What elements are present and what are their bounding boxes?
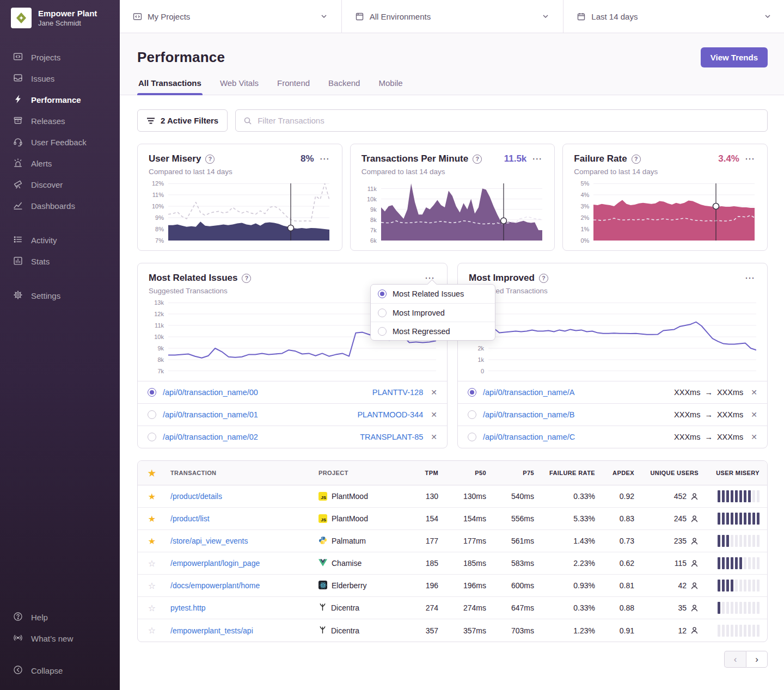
unique-users-value: 42 <box>678 581 687 590</box>
star-toggle[interactable]: ☆ <box>148 558 156 569</box>
transaction-link[interactable]: /api/0/transaction_name/00 <box>163 388 258 397</box>
sidebar-item[interactable]: Dashboards <box>0 195 120 217</box>
tpm-value: 185 <box>406 559 443 568</box>
duration-before: XXXms <box>674 433 700 441</box>
failure-rate-value: 1.23% <box>538 626 599 635</box>
transaction-link[interactable]: /api/0/transaction_name/A <box>483 388 574 397</box>
ellipsis-menu-icon[interactable]: ⋯ <box>531 153 543 165</box>
settings-icon <box>13 290 23 301</box>
transaction-link[interactable]: /docs/empowerplant/home <box>170 581 260 590</box>
transaction-link[interactable]: /api/0/transaction_name/02 <box>163 433 258 441</box>
project-selector[interactable]: My Projects <box>120 0 342 33</box>
help-icon[interactable]: ? <box>632 155 641 164</box>
org-switcher[interactable]: Empower Plant Jane Schmidt <box>0 8 120 28</box>
dismiss-icon[interactable]: ✕ <box>431 388 437 397</box>
sidebar-item-label: Dashboards <box>31 201 75 211</box>
dismiss-icon[interactable]: ✕ <box>431 410 437 419</box>
star-toggle[interactable]: ☆ <box>148 625 156 636</box>
tab-bar: All Transactions Web Vitals Frontend Bac… <box>120 78 784 95</box>
user-misery-gauge <box>703 602 767 614</box>
tab[interactable]: Frontend <box>276 78 311 95</box>
tab-label: Mobile <box>378 78 402 88</box>
tab[interactable]: All Transactions <box>137 78 203 95</box>
ellipsis-menu-icon[interactable]: ⋯ <box>744 272 756 284</box>
sidebar-item[interactable]: Performance <box>0 89 120 110</box>
dashboards-icon <box>13 200 23 212</box>
tab[interactable]: Mobile <box>377 78 403 95</box>
transaction-link[interactable]: /api/0/transaction_name/C <box>483 433 575 441</box>
next-page-button[interactable]: › <box>746 651 768 668</box>
dismiss-icon[interactable]: ✕ <box>431 433 437 441</box>
sidebar-item[interactable]: Stats <box>0 251 120 272</box>
star-toggle[interactable]: ★ <box>148 491 156 502</box>
improved-transaction-row: /api/0/transaction_name/B XXXms → XXXms … <box>458 403 767 426</box>
transaction-link[interactable]: /api/0/transaction_name/01 <box>163 410 258 419</box>
arrow-right-icon: → <box>705 433 713 441</box>
sidebar-item[interactable]: What’s new <box>0 628 120 649</box>
transaction-link[interactable]: /product/list <box>170 514 210 523</box>
help-icon[interactable]: ? <box>242 274 251 283</box>
star-toggle[interactable]: ☆ <box>148 603 156 613</box>
transaction-radio[interactable] <box>468 388 476 397</box>
help-icon[interactable]: ? <box>539 274 548 283</box>
active-filters-button[interactable]: 2 Active Filters <box>137 109 228 132</box>
transaction-radio[interactable] <box>148 410 156 419</box>
sidebar-item[interactable]: Issues <box>0 68 120 89</box>
transaction-radio[interactable] <box>148 388 156 397</box>
col-p50: P50 <box>443 470 491 476</box>
transaction-radio[interactable] <box>468 433 476 441</box>
issue-link[interactable]: PLANTMOOD-344 <box>357 410 423 419</box>
sidebar-item[interactable]: Help <box>0 607 120 628</box>
previous-page-button[interactable]: ‹ <box>724 651 746 668</box>
transaction-radio[interactable] <box>148 433 156 441</box>
ellipsis-menu-icon[interactable]: ⋯ <box>318 153 331 165</box>
sidebar-item[interactable]: Collapse <box>0 660 120 681</box>
issue-link[interactable]: PLANTTV-128 <box>372 388 424 397</box>
issue-link[interactable]: TRANSPLANT-85 <box>360 433 423 441</box>
transaction-link[interactable]: /empowerplant_tests/api <box>170 626 253 635</box>
help-icon <box>13 612 23 623</box>
sidebar-item-label: Collapse <box>31 666 63 675</box>
p50-value: 274ms <box>443 603 491 612</box>
p50-value: 177ms <box>443 537 491 545</box>
transaction-radio[interactable] <box>468 410 476 419</box>
duration-after: XXXms <box>717 433 743 441</box>
transaction-link[interactable]: /empowerplant/login_page <box>170 559 260 568</box>
environment-selector[interactable]: All Environments <box>342 0 564 33</box>
star-toggle[interactable]: ☆ <box>148 581 156 591</box>
sidebar-item[interactable]: Activity <box>0 230 120 251</box>
dismiss-icon[interactable]: ✕ <box>751 388 757 397</box>
ellipsis-menu-icon[interactable]: ⋯ <box>744 153 756 165</box>
search-input[interactable] <box>258 116 759 125</box>
date-range-selector[interactable]: Last 14 days <box>564 0 784 33</box>
sidebar-item[interactable]: Settings <box>0 285 120 306</box>
transaction-search <box>235 109 768 132</box>
view-trends-button[interactable]: View Trends <box>701 47 768 67</box>
tab-label: Backend <box>328 78 360 88</box>
help-icon[interactable]: ? <box>205 155 215 164</box>
transaction-link[interactable]: /product/details <box>170 492 222 501</box>
tab[interactable]: Web Vitals <box>219 78 260 95</box>
dropdown-option[interactable]: Most Related Issues <box>371 285 495 303</box>
sidebar-item[interactable]: Releases <box>0 110 120 132</box>
sidebar-item[interactable]: Discover <box>0 174 120 195</box>
sidebar-item[interactable]: Alerts <box>0 153 120 174</box>
dismiss-icon[interactable]: ✕ <box>751 433 757 441</box>
dropdown-option[interactable]: Most Improved <box>371 303 495 322</box>
javascript-icon: JS <box>318 514 327 523</box>
tab[interactable]: Backend <box>327 78 361 95</box>
sidebar-item[interactable]: User Feedback <box>0 132 120 153</box>
transaction-link[interactable]: pytest.http <box>170 603 206 612</box>
chevron-down-icon <box>320 12 328 21</box>
sidebar-item[interactable]: Projects <box>0 47 120 68</box>
apdex-value: 0.92 <box>599 492 639 501</box>
star-toggle[interactable]: ★ <box>148 536 156 546</box>
help-icon[interactable]: ? <box>473 155 482 164</box>
star-toggle[interactable]: ★ <box>148 514 156 524</box>
dropdown-option[interactable]: Most Regressed <box>371 322 495 340</box>
transaction-link[interactable]: /store/api_view_events <box>170 537 248 545</box>
transaction-link[interactable]: /api/0/transaction_name/B <box>483 410 574 419</box>
platform-icon <box>318 626 327 636</box>
p75-value: 583ms <box>491 559 538 568</box>
dismiss-icon[interactable]: ✕ <box>751 410 757 419</box>
